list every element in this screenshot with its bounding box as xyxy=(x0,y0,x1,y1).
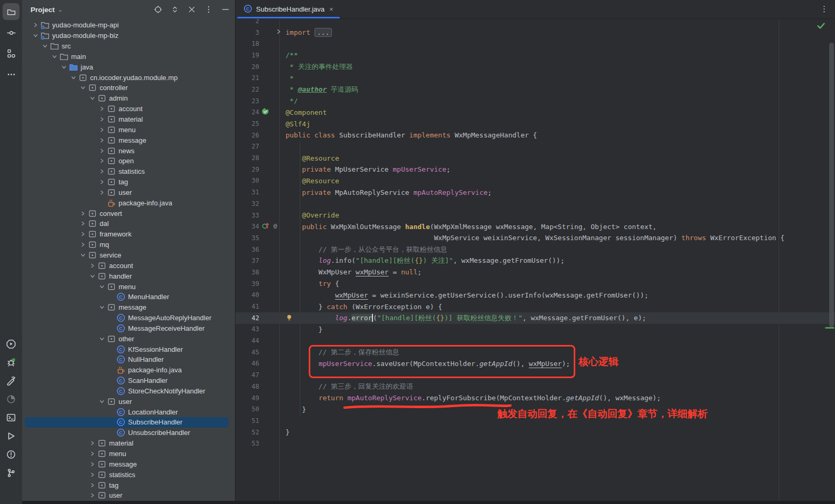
chevron-expanded-icon[interactable] xyxy=(88,273,97,279)
chevron-expanded-icon[interactable] xyxy=(97,336,106,342)
more-horizontal-icon[interactable] xyxy=(3,66,19,83)
code-line-42[interactable]: 42 log.error("[handle][粉丝({})] 获取粉丝信息失败！… xyxy=(235,312,835,324)
code-line-25[interactable]: 25@Slf4j xyxy=(235,118,835,130)
code-line-2[interactable]: 2 xyxy=(235,19,835,27)
intention-bulb-icon[interactable] xyxy=(286,314,293,323)
chevron-expanded-icon[interactable] xyxy=(78,85,87,91)
tree-item-messageautoreplyhandler[interactable]: CMessageAutoReplyHandler xyxy=(22,313,235,323)
tree-item-statistics[interactable]: statistics xyxy=(22,166,235,177)
tree-item-framework[interactable]: framework xyxy=(22,229,235,240)
code-line-49[interactable]: 49 return mpAutoReplyService.replyForSub… xyxy=(235,392,835,404)
tree-item-scanhandler[interactable]: CScanHandler xyxy=(22,375,235,386)
code-line-21[interactable]: 21 * xyxy=(235,72,835,84)
locate-icon[interactable] xyxy=(154,5,162,14)
spring-bean-icon[interactable] xyxy=(261,107,269,117)
tree-item-yudao-module-mp-biz[interactable]: yudao-module-mp-biz xyxy=(22,31,235,41)
code-line-39[interactable]: 39 try { xyxy=(235,278,835,290)
code-line-28[interactable]: 28 @Resource xyxy=(235,152,835,164)
chevron-collapsed-icon[interactable] xyxy=(88,482,97,488)
code-line-48[interactable]: 48 // 第三步，回复关注的欢迎语 xyxy=(235,381,835,392)
annotated-icon[interactable]: @ xyxy=(271,222,279,231)
code-line-22[interactable]: 22 * @author 芋道源码 xyxy=(235,84,835,95)
chevron-collapsed-icon[interactable] xyxy=(97,116,106,122)
debug-icon[interactable] xyxy=(3,354,19,371)
chevron-collapsed-icon[interactable] xyxy=(97,169,106,174)
tree-item-open[interactable]: open xyxy=(22,156,235,166)
services-icon[interactable] xyxy=(3,335,19,352)
code-line-20[interactable]: 20 * 关注的事件处理器 xyxy=(235,61,835,73)
chevron-collapsed-icon[interactable] xyxy=(31,22,40,28)
chevron-collapsed-icon[interactable] xyxy=(88,263,97,269)
tree-item-material[interactable]: material xyxy=(22,438,235,449)
tree-item-dal[interactable]: dal xyxy=(22,219,235,229)
more-vertical-icon[interactable]: ⋮ xyxy=(820,4,829,14)
tree-item-tag[interactable]: tag xyxy=(22,480,235,490)
code-line-43[interactable]: 43 } xyxy=(235,324,835,335)
tree-item-user[interactable]: user xyxy=(22,396,235,407)
editor-scrollbar[interactable] xyxy=(829,43,834,327)
overrides-icon[interactable] xyxy=(261,222,270,231)
chevron-collapsed-icon[interactable] xyxy=(97,106,106,112)
chevron-collapsed-icon[interactable] xyxy=(88,440,97,446)
chevron-collapsed-icon[interactable] xyxy=(78,231,87,237)
profiler-icon[interactable] xyxy=(3,391,19,408)
chevron-collapsed-icon[interactable] xyxy=(88,461,97,467)
tree-item-storechecknotifyhandler[interactable]: CStoreCheckNotifyHandler xyxy=(22,386,235,397)
tree-item-subscribehandler[interactable]: CSubscribeHandler xyxy=(22,417,235,428)
chevron-expanded-icon[interactable] xyxy=(97,399,106,404)
tree-item-account[interactable]: account xyxy=(22,260,235,271)
chevron-collapsed-icon[interactable] xyxy=(88,472,97,478)
code-line-3[interactable]: 3import ... xyxy=(235,27,835,38)
chevron-expanded-icon[interactable] xyxy=(41,43,50,49)
chevron-expanded-icon[interactable] xyxy=(60,64,68,70)
chevron-expanded-icon[interactable] xyxy=(88,95,97,101)
code-line-27[interactable]: 27 xyxy=(235,141,835,153)
chevron-collapsed-icon[interactable] xyxy=(97,179,106,185)
inspection-ok-icon[interactable] xyxy=(817,21,826,32)
close-icon[interactable]: × xyxy=(329,5,333,13)
code-line-34[interactable]: 34@ public WxMpXmlOutMessage handle(WxMp… xyxy=(235,221,835,232)
chevron-collapsed-icon[interactable] xyxy=(88,451,97,457)
tree-item-message[interactable]: message xyxy=(22,302,235,313)
code-line-24[interactable]: 24@Component xyxy=(235,107,835,118)
code-line-32[interactable]: 32 xyxy=(235,198,835,210)
code-line-26[interactable]: 26public class SubscribeHandler implemen… xyxy=(235,130,835,141)
expand-icon[interactable] xyxy=(171,5,179,14)
tree-item-news[interactable]: news xyxy=(22,145,235,156)
tree-item-main[interactable]: main xyxy=(22,52,235,62)
tree-item-java[interactable]: java xyxy=(22,62,235,72)
tree-item-tag[interactable]: tag xyxy=(22,177,235,187)
fold-arrow-icon[interactable] xyxy=(276,28,282,36)
chevron-expanded-icon[interactable] xyxy=(97,304,106,310)
tree-item-message[interactable]: message xyxy=(22,459,235,469)
chevron-collapsed-icon[interactable] xyxy=(78,211,87,216)
code-line-31[interactable]: 31 private MpAutoReplyService mpAutoRepl… xyxy=(235,186,835,198)
code-line-40[interactable]: 40 wxMpUser = weixinService.getUserServi… xyxy=(235,290,835,301)
tree-item-src[interactable]: src xyxy=(22,41,235,52)
code-line-36[interactable]: 36 // 第一步，从公众号平台，获取粉丝信息 xyxy=(235,244,835,255)
chevron-expanded-icon[interactable] xyxy=(31,33,40,38)
chevron-expanded-icon[interactable] xyxy=(50,54,59,60)
code-line-41[interactable]: 41 } catch (WxErrorException e) { xyxy=(235,301,835,312)
project-tree[interactable]: yudao-module-mp-apiyudao-module-mp-bizsr… xyxy=(22,20,235,501)
tree-item-handler[interactable]: handler xyxy=(22,271,235,281)
chevron-collapsed-icon[interactable] xyxy=(97,127,106,133)
tree-item-account[interactable]: account xyxy=(22,104,235,114)
tree-item-menu[interactable]: menu xyxy=(22,281,235,292)
tree-item-convert[interactable]: convert xyxy=(22,208,235,219)
tree-item-statistics[interactable]: statistics xyxy=(22,469,235,480)
chevron-collapsed-icon[interactable] xyxy=(97,190,106,195)
terminal-icon[interactable] xyxy=(3,409,19,426)
tree-item-package-info-java[interactable]: package-info.java xyxy=(22,197,235,208)
chevron-collapsed-icon[interactable] xyxy=(78,221,87,226)
code-line-29[interactable]: 29 private MpUserService mpUserService; xyxy=(235,164,835,175)
tree-item-material[interactable]: material xyxy=(22,114,235,125)
collapse-all-icon[interactable] xyxy=(188,5,196,14)
version-control-icon[interactable] xyxy=(3,465,19,481)
tree-item-package-info-java[interactable]: package-info.java xyxy=(22,365,235,375)
code-line-52[interactable]: 52} xyxy=(235,427,835,438)
tree-item-nullhandler[interactable]: CNullHandler xyxy=(22,354,235,365)
tree-item-other[interactable]: other xyxy=(22,333,235,344)
code-line-18[interactable]: 18 xyxy=(235,38,835,50)
commit-icon[interactable] xyxy=(3,24,19,41)
